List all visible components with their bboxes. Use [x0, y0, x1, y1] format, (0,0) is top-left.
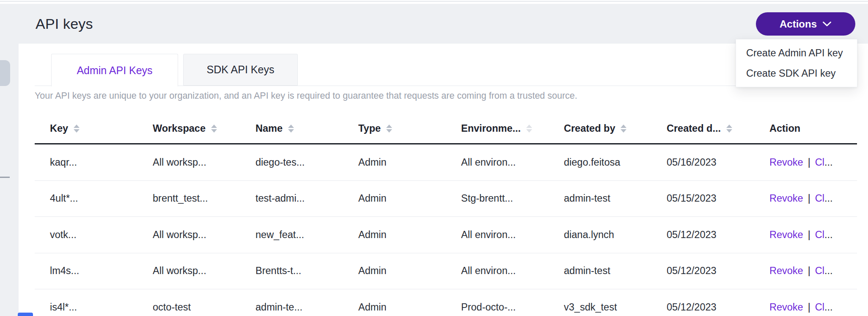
table-header-row: KeyWorkspaceNameTypeEnvironme...Created …: [35, 114, 857, 144]
sort-arrows-icon[interactable]: [288, 125, 294, 133]
action-separator: |: [808, 157, 810, 168]
cell-type: Admin: [343, 157, 446, 168]
page-header: [0, 4, 868, 44]
truncation-ellipsis: ...: [824, 265, 833, 276]
cell-name: diego-tes...: [240, 157, 343, 168]
clone-link-truncated[interactable]: Cl: [815, 229, 824, 240]
cell-created-date: 05/12/2023: [651, 229, 754, 241]
api-keys-table: KeyWorkspaceNameTypeEnvironme...Created …: [35, 114, 857, 316]
cell-key: lm4s...: [35, 265, 137, 277]
cell-action: Revoke|Cl...: [754, 302, 857, 313]
action-separator: |: [808, 302, 810, 313]
clone-link-truncated[interactable]: Cl: [815, 193, 824, 204]
table-row: lm4s...All worksp...Brentts-t...AdminAll…: [35, 253, 857, 290]
table-row: is4l*...octo-testadmin-te...AdminProd-oc…: [35, 289, 857, 316]
action-separator: |: [808, 193, 810, 204]
column-label-created-by: Created by: [564, 123, 615, 134]
sort-arrows-icon[interactable]: [526, 125, 532, 133]
cell-environment: All environ...: [446, 265, 549, 277]
cell-created-by: diana.lynch: [549, 229, 651, 241]
cell-key: votk...: [35, 229, 137, 241]
truncation-ellipsis: ...: [824, 157, 833, 168]
cell-created-date: 05/15/2023: [651, 193, 754, 204]
sort-arrows-icon[interactable]: [74, 125, 80, 133]
cell-workspace: All worksp...: [137, 157, 240, 168]
revoke-link[interactable]: Revoke: [769, 193, 803, 204]
cell-name: admin-te...: [240, 302, 343, 313]
tab-sdk-api-keys[interactable]: SDK API Keys: [183, 54, 298, 86]
cell-name: Brentts-t...: [240, 265, 343, 277]
cell-action: Revoke|Cl...: [754, 265, 857, 277]
cell-name: test-admi...: [240, 193, 343, 204]
cell-created-date: 05/16/2023: [651, 157, 754, 168]
cell-created-by: admin-test: [549, 265, 651, 277]
tab-sdk-api-keys-label: SDK API Keys: [207, 64, 275, 76]
cell-key: 4ult*...: [35, 193, 137, 204]
column-label-key: Key: [50, 123, 68, 134]
column-label-created-date: Created d...: [667, 123, 721, 134]
revoke-link[interactable]: Revoke: [769, 302, 803, 313]
left-rail-divider: [0, 177, 10, 178]
clone-link-truncated[interactable]: Cl: [815, 157, 824, 168]
page-title: API keys: [36, 4, 93, 44]
column-label-type: Type: [358, 123, 381, 134]
column-header-environment[interactable]: Environme...: [446, 123, 549, 134]
cell-type: Admin: [343, 229, 446, 241]
column-header-type[interactable]: Type: [343, 123, 446, 134]
api-keys-page: { "page": { "title": "API keys" }, "head…: [0, 0, 868, 316]
table-body: kaqr...All worksp...diego-tes...AdminAll…: [35, 144, 857, 316]
actions-dropdown-menu: Create Admin API key Create SDK API key: [736, 39, 857, 87]
column-header-key[interactable]: Key: [35, 123, 137, 134]
truncation-ellipsis: ...: [824, 229, 833, 240]
revoke-link[interactable]: Revoke: [769, 157, 803, 168]
column-header-created-by[interactable]: Created by: [549, 123, 651, 134]
table-row: kaqr...All worksp...diego-tes...AdminAll…: [35, 144, 857, 181]
revoke-link[interactable]: Revoke: [769, 229, 803, 240]
sort-arrows-icon[interactable]: [621, 125, 626, 133]
tab-admin-api-keys[interactable]: Admin API Keys: [51, 54, 178, 86]
cell-environment: All environ...: [446, 157, 549, 168]
column-header-created-date[interactable]: Created d...: [651, 123, 754, 134]
cell-environment: Stg-brentt...: [446, 193, 549, 204]
sort-arrows-icon[interactable]: [211, 125, 217, 133]
cell-workspace: brentt_test...: [137, 193, 240, 204]
actions-button-label: Actions: [780, 18, 817, 30]
cell-type: Admin: [343, 265, 446, 277]
cell-created-date: 05/12/2023: [651, 302, 754, 313]
cell-created-by: admin-test: [549, 193, 651, 204]
truncation-ellipsis: ...: [824, 302, 833, 313]
api-keys-description: Your API keys are unique to your organiz…: [35, 91, 577, 101]
actions-button[interactable]: Actions: [756, 12, 855, 36]
column-header-name[interactable]: Name: [240, 123, 343, 134]
cell-key: is4l*...: [35, 302, 137, 313]
chevron-down-icon: [822, 21, 832, 27]
column-label-workspace: Workspace: [153, 123, 206, 134]
window-top-border: [0, 1, 868, 2]
menu-item-create-sdk-api-key[interactable]: Create SDK API key: [736, 63, 857, 83]
truncation-ellipsis: ...: [824, 193, 833, 204]
cell-created-date: 05/12/2023: [651, 265, 754, 277]
cell-action: Revoke|Cl...: [754, 229, 857, 241]
cell-workspace: octo-test: [137, 302, 240, 313]
sort-arrows-icon[interactable]: [726, 125, 732, 133]
column-label-action: Action: [769, 123, 800, 134]
cell-environment: Prod-octo-...: [446, 302, 549, 313]
column-header-workspace[interactable]: Workspace: [137, 123, 240, 134]
action-separator: |: [808, 265, 810, 276]
bottom-left-accent: [18, 313, 33, 316]
cell-action: Revoke|Cl...: [754, 193, 857, 204]
table-row: votk...All worksp...new_feat...AdminAll …: [35, 217, 857, 253]
clone-link-truncated[interactable]: Cl: [815, 265, 824, 276]
sort-arrows-icon[interactable]: [386, 125, 392, 133]
cell-type: Admin: [343, 302, 446, 313]
column-header-action: Action: [754, 123, 857, 134]
cell-environment: All environ...: [446, 229, 549, 241]
clone-link-truncated[interactable]: Cl: [815, 302, 824, 313]
revoke-link[interactable]: Revoke: [769, 265, 803, 276]
left-rail-scrollbar-thumb[interactable]: [0, 60, 10, 86]
cell-created-by: diego.feitosa: [549, 157, 651, 168]
cell-workspace: All worksp...: [137, 265, 240, 277]
column-label-name: Name: [255, 123, 283, 134]
menu-item-create-admin-api-key[interactable]: Create Admin API key: [736, 43, 857, 63]
column-label-environment: Environme...: [461, 123, 521, 134]
